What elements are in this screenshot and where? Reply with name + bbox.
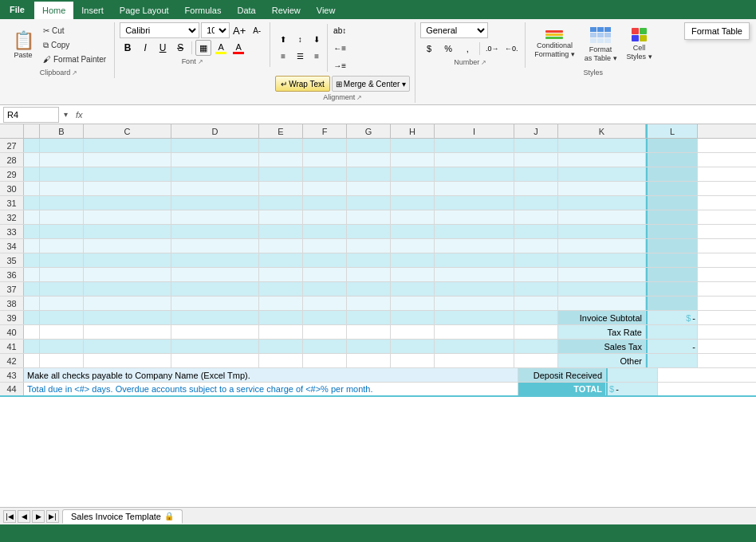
align-right-button[interactable]: ≡	[309, 49, 325, 65]
cell-35-G[interactable]	[347, 253, 391, 267]
cell-39-A[interactable]	[24, 311, 40, 324]
cell-29-D[interactable]	[171, 167, 259, 181]
cell-39-L[interactable]: $-	[646, 311, 698, 324]
cell-30-B[interactable]	[40, 182, 84, 195]
cell-41-B[interactable]	[40, 340, 84, 353]
cell-31-L[interactable]	[646, 196, 698, 210]
cell-39-F[interactable]	[303, 311, 347, 324]
cell-28-D[interactable]	[171, 153, 259, 167]
cell-41-I[interactable]	[435, 340, 514, 353]
cell-36-H[interactable]	[391, 268, 435, 281]
cell-38-K[interactable]	[558, 297, 646, 310]
font-expand-icon[interactable]: ↗	[198, 58, 203, 65]
format-as-table-button[interactable]: Formatas Table ▾	[581, 22, 621, 67]
formula-input[interactable]	[89, 107, 753, 123]
col-header-D[interactable]: D	[171, 124, 259, 138]
indent-decrease-button[interactable]: ←≡	[330, 40, 349, 56]
cell-29-L[interactable]	[646, 167, 698, 181]
cell-33-E[interactable]	[259, 225, 303, 238]
cell-33-B[interactable]	[40, 225, 84, 238]
cell-28-G[interactable]	[347, 153, 391, 167]
tab-data[interactable]: Data	[229, 2, 263, 19]
alignment-expand-icon[interactable]: ↗	[356, 94, 362, 101]
tab-nav-first[interactable]: |◀	[3, 510, 16, 523]
cell-36-F[interactable]	[303, 268, 347, 281]
cell-29-J[interactable]	[514, 167, 558, 181]
cell-42-J[interactable]	[514, 354, 558, 367]
cell-27-L[interactable]	[646, 139, 698, 152]
cell-34-E[interactable]	[259, 239, 303, 253]
merge-center-button[interactable]: ⊞ Merge & Center ▾	[332, 76, 410, 92]
cell-27-K[interactable]	[558, 139, 646, 152]
cell-32-I[interactable]	[435, 210, 514, 224]
cell-41-K[interactable]: Sales Tax	[558, 340, 646, 353]
cell-33-I[interactable]	[435, 225, 514, 238]
tab-nav-next[interactable]: ▶	[32, 510, 45, 523]
cell-29-I[interactable]	[435, 167, 514, 181]
comma-button[interactable]: ,	[459, 41, 476, 57]
cell-35-I[interactable]	[435, 253, 514, 267]
cell-37-H[interactable]	[391, 282, 435, 296]
col-header-F[interactable]: F	[303, 124, 347, 138]
cell-32-K[interactable]	[558, 210, 646, 224]
number-expand-icon[interactable]: ↗	[481, 59, 486, 66]
col-header-B[interactable]: B	[40, 124, 84, 138]
cell-33-L[interactable]	[646, 225, 698, 238]
align-left-button[interactable]: ≡	[275, 49, 291, 65]
cell-38-B[interactable]	[40, 297, 84, 310]
cell-33-C[interactable]	[84, 225, 171, 238]
wrap-text-button[interactable]: ↵ Wrap Text	[275, 76, 330, 92]
tab-file[interactable]: File	[0, 0, 34, 19]
cell-38-G[interactable]	[347, 297, 391, 310]
cell-27-H[interactable]	[391, 139, 435, 152]
cell-30-F[interactable]	[303, 182, 347, 195]
row-num-29[interactable]: 29	[0, 167, 24, 181]
cell-28-L[interactable]	[646, 153, 698, 167]
cell-37-I[interactable]	[435, 282, 514, 296]
cell-34-I[interactable]	[435, 239, 514, 253]
cell-34-J[interactable]	[514, 239, 558, 253]
cell-42-K[interactable]: Other	[558, 354, 646, 367]
tab-formulas[interactable]: Formulas	[177, 2, 230, 19]
row-num-33[interactable]: 33	[0, 225, 24, 238]
row-num-43[interactable]: 43	[0, 368, 24, 382]
cell-41-F[interactable]	[303, 340, 347, 353]
font-size-select[interactable]: 10	[201, 22, 230, 38]
tab-page-layout[interactable]: Page Layout	[112, 2, 177, 19]
cell-styles-button[interactable]: CellStyles ▾	[623, 22, 656, 67]
cell-41-G[interactable]	[347, 340, 391, 353]
cell-39-J[interactable]	[514, 311, 558, 324]
cell-34-A[interactable]	[24, 239, 40, 253]
text-direction-button[interactable]: ab↕	[330, 22, 349, 38]
row-num-38[interactable]: 38	[0, 297, 24, 310]
cell-42-F[interactable]	[303, 354, 347, 367]
note-cell-43[interactable]: Make all checks payable to Company Name …	[24, 368, 518, 382]
cell-36-D[interactable]	[171, 268, 259, 281]
indent-increase-button[interactable]: →≡	[330, 57, 349, 73]
decrease-font-size-button[interactable]: A-	[249, 22, 265, 38]
cell-27-J[interactable]	[514, 139, 558, 152]
cell-41-C[interactable]	[84, 340, 171, 353]
row-num-41[interactable]: 41	[0, 340, 24, 353]
increase-font-size-button[interactable]: A+	[231, 22, 247, 38]
tab-insert[interactable]: Insert	[73, 2, 112, 19]
cell-38-C[interactable]	[84, 297, 171, 310]
col-header-I[interactable]: I	[435, 124, 514, 138]
cell-28-K[interactable]	[558, 153, 646, 167]
cell-27-G[interactable]	[347, 139, 391, 152]
cell-33-H[interactable]	[391, 225, 435, 238]
cell-34-K[interactable]	[558, 239, 646, 253]
cell-40-E[interactable]	[259, 325, 303, 339]
cell-44-L[interactable]: $-	[606, 383, 658, 395]
cell-30-E[interactable]	[259, 182, 303, 195]
cell-32-F[interactable]	[303, 210, 347, 224]
cell-39-B[interactable]	[40, 311, 84, 324]
cell-32-H[interactable]	[391, 210, 435, 224]
cell-32-L[interactable]	[646, 210, 698, 224]
cell-28-B[interactable]	[40, 153, 84, 167]
cell-37-C[interactable]	[84, 282, 171, 296]
row-num-31[interactable]: 31	[0, 196, 24, 210]
cell-42-H[interactable]	[391, 354, 435, 367]
align-center-button[interactable]: ☰	[292, 49, 308, 65]
cell-29-F[interactable]	[303, 167, 347, 181]
